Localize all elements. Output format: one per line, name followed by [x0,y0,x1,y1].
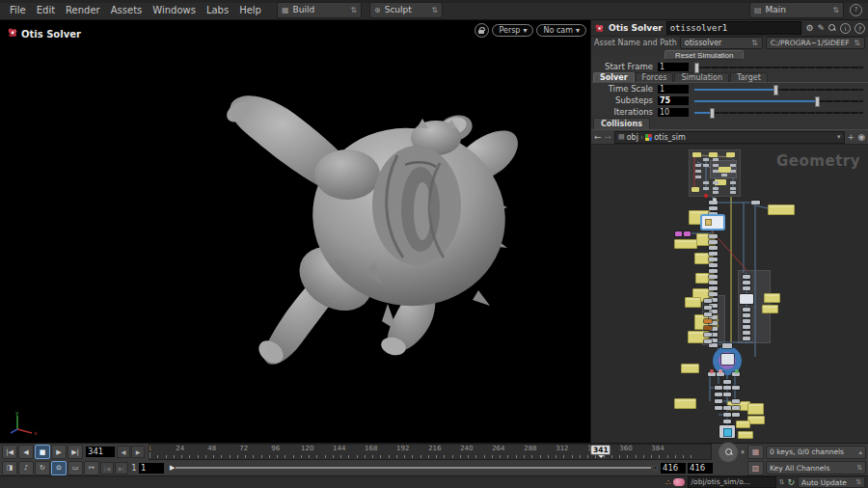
prev-key-button[interactable]: ◀ [117,446,130,458]
network-node[interactable] [709,281,718,285]
network-node[interactable] [704,299,712,303]
sticky-note[interactable] [674,398,696,409]
search-icon[interactable] [828,24,836,32]
network-node[interactable] [709,258,718,261]
network-node[interactable] [709,286,718,290]
network-node[interactable] [743,331,750,335]
network-node[interactable] [709,240,718,244]
menu-file[interactable]: File [10,5,26,15]
loop-toggle[interactable]: ↻ [35,461,50,475]
param-slider[interactable] [694,107,864,118]
playhead[interactable]: 341 [590,445,611,455]
timeline-zoom-button[interactable] [718,442,739,463]
menu-windows[interactable]: Windows [152,5,196,15]
network-overview[interactable] [689,149,741,197]
network-node[interactable] [715,406,722,410]
range-end-bracket[interactable]: ▶| [115,462,128,474]
network-node[interactable] [709,263,718,267]
help-icon[interactable]: ? [850,4,862,16]
network-node[interactable] [732,406,740,410]
menu-edit[interactable]: Edit [37,5,55,15]
network-node[interactable] [723,413,731,417]
network-node[interactable] [709,206,718,210]
network-node[interactable] [722,343,732,348]
network-node[interactable] [715,399,722,403]
asset-name-select[interactable]: otissolver ⇅ [680,37,763,49]
sync-icon[interactable]: ◉ [857,132,865,142]
timeline-ruler[interactable]: 1244872961201441681922162402642883123363… [149,444,712,460]
param-value-field[interactable]: 1 [658,85,689,94]
info-icon[interactable]: i [840,23,851,34]
network-node[interactable] [740,294,753,304]
network-node[interactable] [723,386,731,390]
shelf-select[interactable]: ⊕ Sculpt ⇅ [369,2,443,18]
path-node-chip[interactable]: otis_sim [645,133,686,142]
menu-assets[interactable]: Assets [111,5,143,15]
brush-icon[interactable]: ✎ [817,23,825,33]
keyframe-view-icon[interactable]: ▦ [747,445,764,459]
network-node[interactable] [709,234,718,238]
sticky-note[interactable] [762,305,778,313]
network-node[interactable] [704,319,712,323]
stop-button[interactable]: ■ [35,445,50,459]
sticky-note[interactable] [685,297,701,308]
network-node[interactable] [732,399,740,403]
param-slider[interactable] [694,95,864,106]
network-node[interactable] [704,312,712,316]
sticky-note[interactable] [681,364,699,373]
slider-thumb[interactable] [710,108,715,119]
step-back-button[interactable]: ◀ [18,445,34,459]
node-name-field[interactable]: otissolver1 [666,21,802,35]
network-node[interactable] [743,275,750,279]
network-node[interactable] [709,292,718,296]
param-value-field[interactable]: 10 [658,108,689,117]
sticky-note[interactable] [736,420,750,428]
param-value-field[interactable]: 1 [658,63,689,71]
tab-target[interactable]: Target [730,72,768,82]
network-node[interactable] [743,313,750,317]
jump-start-button[interactable]: |◀ [2,445,17,459]
network-node[interactable] [704,333,712,337]
tab-forces[interactable]: Forces [636,72,674,82]
sticky-note[interactable] [738,431,753,439]
network-node[interactable] [704,339,712,343]
network-node[interactable] [684,231,691,236]
menu-labs[interactable]: Labs [206,5,229,15]
tab-simulation[interactable]: Simulation [674,72,729,82]
network-canvas[interactable]: Geometry [591,145,868,443]
param-slider[interactable] [694,62,864,72]
menu-render[interactable]: Render [66,5,100,15]
gear-icon[interactable]: ⚙ [805,23,813,33]
network-path[interactable]: ▤ obj › otis_sim ▾ [614,131,845,144]
network-node[interactable] [715,393,722,396]
network-node[interactable] [743,286,750,290]
param-slider[interactable] [694,84,864,95]
key-all-channels-dropdown[interactable]: Key All Channels ⇅ [766,461,866,474]
network-node[interactable] [709,252,718,256]
network-node[interactable] [709,275,718,279]
dopnet-range-toggle[interactable]: ▭ [68,461,83,475]
network-node[interactable] [709,343,718,347]
tab-solver[interactable]: Solver [593,72,635,82]
play-button[interactable]: ▶ [51,445,67,459]
follow-playbar-toggle[interactable]: ◨ [2,461,17,475]
menu-help[interactable]: Help [239,5,261,15]
network-node[interactable] [723,380,731,384]
network-node[interactable] [675,231,682,236]
current-frame-field[interactable]: 341 [86,447,115,457]
network-node[interactable] [751,201,760,204]
step-mode-toggle[interactable]: ↦ [84,461,99,475]
back-icon[interactable]: ← [594,132,602,142]
sticky-note[interactable] [768,204,795,215]
range-slider-end-thumb[interactable]: ◀ [652,464,657,472]
audio-toggle[interactable]: ♪ [18,461,34,475]
auto-update-dropdown[interactable]: Auto Update ⇅ [798,476,865,488]
scene-viewport[interactable]: Otis Solver Persp ▾ No cam ▾ [0,20,591,443]
network-node[interactable] [743,281,750,285]
range-start-bracket[interactable]: |◀ [100,462,114,474]
range-end-field2[interactable]: 416 [688,463,713,474]
sticky-note[interactable] [747,403,764,415]
desktop-select[interactable]: ▦ Build ⇅ [277,2,362,18]
range-end-field[interactable]: 416 [661,463,686,474]
slider-thumb[interactable] [773,85,778,95]
